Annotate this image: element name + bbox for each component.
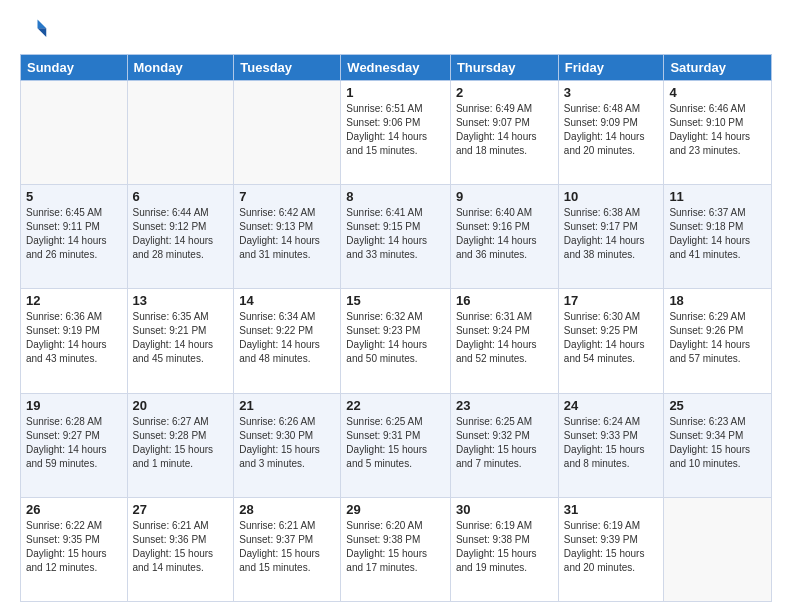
calendar-cell: 30Sunrise: 6:19 AMSunset: 9:38 PMDayligh… <box>450 497 558 601</box>
calendar-cell: 29Sunrise: 6:20 AMSunset: 9:38 PMDayligh… <box>341 497 451 601</box>
day-number: 15 <box>346 293 445 308</box>
calendar-cell: 31Sunrise: 6:19 AMSunset: 9:39 PMDayligh… <box>558 497 664 601</box>
weekday-header-saturday: Saturday <box>664 55 772 81</box>
calendar-cell: 13Sunrise: 6:35 AMSunset: 9:21 PMDayligh… <box>127 289 234 393</box>
day-number: 29 <box>346 502 445 517</box>
calendar-cell: 1Sunrise: 6:51 AMSunset: 9:06 PMDaylight… <box>341 81 451 185</box>
day-number: 18 <box>669 293 766 308</box>
day-info: Sunrise: 6:45 AMSunset: 9:11 PMDaylight:… <box>26 206 122 262</box>
day-number: 14 <box>239 293 335 308</box>
day-number: 10 <box>564 189 659 204</box>
day-info: Sunrise: 6:49 AMSunset: 9:07 PMDaylight:… <box>456 102 553 158</box>
header <box>20 16 772 44</box>
day-number: 17 <box>564 293 659 308</box>
day-number: 1 <box>346 85 445 100</box>
day-info: Sunrise: 6:26 AMSunset: 9:30 PMDaylight:… <box>239 415 335 471</box>
day-info: Sunrise: 6:38 AMSunset: 9:17 PMDaylight:… <box>564 206 659 262</box>
day-number: 25 <box>669 398 766 413</box>
calendar-cell: 19Sunrise: 6:28 AMSunset: 9:27 PMDayligh… <box>21 393 128 497</box>
svg-marker-1 <box>38 28 47 37</box>
calendar-header-row: SundayMondayTuesdayWednesdayThursdayFrid… <box>21 55 772 81</box>
day-info: Sunrise: 6:30 AMSunset: 9:25 PMDaylight:… <box>564 310 659 366</box>
calendar-week-row: 1Sunrise: 6:51 AMSunset: 9:06 PMDaylight… <box>21 81 772 185</box>
calendar-week-row: 5Sunrise: 6:45 AMSunset: 9:11 PMDaylight… <box>21 185 772 289</box>
logo-icon <box>20 16 48 44</box>
svg-marker-0 <box>38 20 47 29</box>
day-number: 26 <box>26 502 122 517</box>
weekday-header-monday: Monday <box>127 55 234 81</box>
day-info: Sunrise: 6:36 AMSunset: 9:19 PMDaylight:… <box>26 310 122 366</box>
day-info: Sunrise: 6:25 AMSunset: 9:31 PMDaylight:… <box>346 415 445 471</box>
day-number: 8 <box>346 189 445 204</box>
calendar-cell: 22Sunrise: 6:25 AMSunset: 9:31 PMDayligh… <box>341 393 451 497</box>
calendar-cell <box>21 81 128 185</box>
day-number: 20 <box>133 398 229 413</box>
day-info: Sunrise: 6:19 AMSunset: 9:38 PMDaylight:… <box>456 519 553 575</box>
day-number: 24 <box>564 398 659 413</box>
weekday-header-thursday: Thursday <box>450 55 558 81</box>
day-info: Sunrise: 6:27 AMSunset: 9:28 PMDaylight:… <box>133 415 229 471</box>
calendar-cell <box>664 497 772 601</box>
day-number: 30 <box>456 502 553 517</box>
day-info: Sunrise: 6:29 AMSunset: 9:26 PMDaylight:… <box>669 310 766 366</box>
day-number: 22 <box>346 398 445 413</box>
weekday-header-wednesday: Wednesday <box>341 55 451 81</box>
calendar-cell: 16Sunrise: 6:31 AMSunset: 9:24 PMDayligh… <box>450 289 558 393</box>
day-info: Sunrise: 6:51 AMSunset: 9:06 PMDaylight:… <box>346 102 445 158</box>
calendar-cell: 12Sunrise: 6:36 AMSunset: 9:19 PMDayligh… <box>21 289 128 393</box>
calendar-cell: 4Sunrise: 6:46 AMSunset: 9:10 PMDaylight… <box>664 81 772 185</box>
day-info: Sunrise: 6:21 AMSunset: 9:36 PMDaylight:… <box>133 519 229 575</box>
day-info: Sunrise: 6:22 AMSunset: 9:35 PMDaylight:… <box>26 519 122 575</box>
day-number: 3 <box>564 85 659 100</box>
calendar-cell: 23Sunrise: 6:25 AMSunset: 9:32 PMDayligh… <box>450 393 558 497</box>
calendar-cell: 24Sunrise: 6:24 AMSunset: 9:33 PMDayligh… <box>558 393 664 497</box>
calendar-cell: 17Sunrise: 6:30 AMSunset: 9:25 PMDayligh… <box>558 289 664 393</box>
day-info: Sunrise: 6:31 AMSunset: 9:24 PMDaylight:… <box>456 310 553 366</box>
calendar-cell: 9Sunrise: 6:40 AMSunset: 9:16 PMDaylight… <box>450 185 558 289</box>
calendar-cell: 25Sunrise: 6:23 AMSunset: 9:34 PMDayligh… <box>664 393 772 497</box>
calendar-cell: 5Sunrise: 6:45 AMSunset: 9:11 PMDaylight… <box>21 185 128 289</box>
day-number: 2 <box>456 85 553 100</box>
day-info: Sunrise: 6:48 AMSunset: 9:09 PMDaylight:… <box>564 102 659 158</box>
calendar-cell: 21Sunrise: 6:26 AMSunset: 9:30 PMDayligh… <box>234 393 341 497</box>
day-number: 27 <box>133 502 229 517</box>
calendar-cell: 2Sunrise: 6:49 AMSunset: 9:07 PMDaylight… <box>450 81 558 185</box>
day-info: Sunrise: 6:40 AMSunset: 9:16 PMDaylight:… <box>456 206 553 262</box>
weekday-header-tuesday: Tuesday <box>234 55 341 81</box>
day-info: Sunrise: 6:25 AMSunset: 9:32 PMDaylight:… <box>456 415 553 471</box>
day-info: Sunrise: 6:46 AMSunset: 9:10 PMDaylight:… <box>669 102 766 158</box>
day-number: 23 <box>456 398 553 413</box>
calendar-cell <box>234 81 341 185</box>
day-info: Sunrise: 6:32 AMSunset: 9:23 PMDaylight:… <box>346 310 445 366</box>
day-number: 21 <box>239 398 335 413</box>
day-number: 16 <box>456 293 553 308</box>
day-number: 4 <box>669 85 766 100</box>
calendar-cell: 8Sunrise: 6:41 AMSunset: 9:15 PMDaylight… <box>341 185 451 289</box>
day-info: Sunrise: 6:24 AMSunset: 9:33 PMDaylight:… <box>564 415 659 471</box>
calendar-cell: 15Sunrise: 6:32 AMSunset: 9:23 PMDayligh… <box>341 289 451 393</box>
day-info: Sunrise: 6:20 AMSunset: 9:38 PMDaylight:… <box>346 519 445 575</box>
day-info: Sunrise: 6:44 AMSunset: 9:12 PMDaylight:… <box>133 206 229 262</box>
day-number: 12 <box>26 293 122 308</box>
day-number: 11 <box>669 189 766 204</box>
day-info: Sunrise: 6:42 AMSunset: 9:13 PMDaylight:… <box>239 206 335 262</box>
day-number: 9 <box>456 189 553 204</box>
day-info: Sunrise: 6:23 AMSunset: 9:34 PMDaylight:… <box>669 415 766 471</box>
calendar-cell: 27Sunrise: 6:21 AMSunset: 9:36 PMDayligh… <box>127 497 234 601</box>
day-number: 6 <box>133 189 229 204</box>
calendar-cell: 26Sunrise: 6:22 AMSunset: 9:35 PMDayligh… <box>21 497 128 601</box>
day-info: Sunrise: 6:35 AMSunset: 9:21 PMDaylight:… <box>133 310 229 366</box>
day-number: 7 <box>239 189 335 204</box>
calendar-week-row: 26Sunrise: 6:22 AMSunset: 9:35 PMDayligh… <box>21 497 772 601</box>
calendar-cell: 6Sunrise: 6:44 AMSunset: 9:12 PMDaylight… <box>127 185 234 289</box>
day-info: Sunrise: 6:34 AMSunset: 9:22 PMDaylight:… <box>239 310 335 366</box>
calendar-cell: 14Sunrise: 6:34 AMSunset: 9:22 PMDayligh… <box>234 289 341 393</box>
calendar-cell: 20Sunrise: 6:27 AMSunset: 9:28 PMDayligh… <box>127 393 234 497</box>
day-info: Sunrise: 6:21 AMSunset: 9:37 PMDaylight:… <box>239 519 335 575</box>
day-number: 28 <box>239 502 335 517</box>
page: SundayMondayTuesdayWednesdayThursdayFrid… <box>0 0 792 612</box>
calendar-cell: 18Sunrise: 6:29 AMSunset: 9:26 PMDayligh… <box>664 289 772 393</box>
weekday-header-friday: Friday <box>558 55 664 81</box>
day-info: Sunrise: 6:28 AMSunset: 9:27 PMDaylight:… <box>26 415 122 471</box>
calendar-table: SundayMondayTuesdayWednesdayThursdayFrid… <box>20 54 772 602</box>
